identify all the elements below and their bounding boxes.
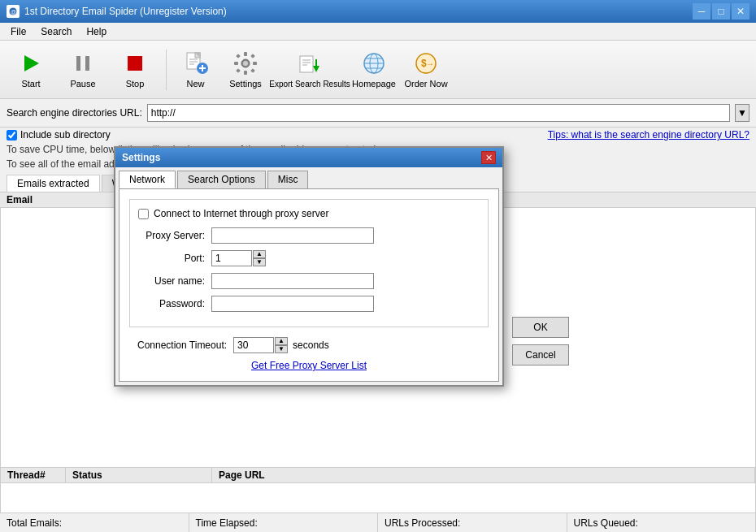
svg-rect-19	[234, 62, 238, 65]
timeout-input[interactable]	[233, 337, 274, 353]
pause-button[interactable]: Pause	[59, 45, 107, 94]
proxy-label: Connect to Internet through proxy server	[154, 208, 328, 219]
export-icon	[297, 51, 323, 77]
tips-bar: Include sub directory Tips: what is the …	[0, 128, 756, 142]
username-input[interactable]	[211, 273, 374, 289]
thread-col-status: Status	[66, 468, 212, 482]
svg-marker-2	[24, 55, 39, 71]
new-button[interactable]: New	[173, 45, 218, 94]
dialog-tab-misc[interactable]: Misc	[267, 171, 309, 188]
order-now-button[interactable]: $ → Order Now	[402, 45, 450, 94]
port-spin-down[interactable]: ▼	[253, 258, 266, 266]
status-urls-processed: URLs Processed:	[378, 513, 567, 532]
stop-icon	[122, 50, 148, 76]
pause-icon	[70, 50, 96, 76]
cancel-button[interactable]: Cancel	[512, 344, 569, 365]
username-label: User name:	[138, 275, 211, 287]
tab-emails-extracted[interactable]: Emails extracted	[7, 175, 100, 192]
thread-col-url: Page URL	[212, 468, 755, 482]
svg-rect-23	[236, 68, 241, 73]
settings-button[interactable]: Settings	[221, 45, 270, 94]
status-bar: Total Emails: Time Elapsed: URLs Process…	[0, 513, 756, 532]
stop-button[interactable]: Stop	[111, 45, 159, 94]
include-subdirectory-checkbox[interactable]	[7, 130, 17, 141]
dialog-title: Settings	[122, 152, 160, 163]
password-label: Password:	[138, 298, 211, 309]
port-spinner[interactable]: ▲ ▼	[253, 250, 266, 266]
window-title: 1st Directory Email Spider (Unregister V…	[24, 6, 693, 17]
proxy-header: Connect to Internet through proxy server	[138, 208, 480, 219]
settings-dialog: Settings ✕ Network Search Options Misc C…	[114, 146, 504, 387]
timeout-label: Connection Timeout:	[137, 340, 227, 351]
minimize-button[interactable]: ─	[693, 3, 710, 19]
export-button[interactable]: Export Search Results	[273, 45, 346, 94]
maximize-button[interactable]: □	[712, 3, 730, 19]
app-icon: @	[7, 5, 20, 18]
homepage-button[interactable]: Homepage	[350, 45, 398, 94]
start-button[interactable]: Start	[7, 45, 55, 94]
close-button[interactable]: ✕	[732, 3, 749, 19]
url-input[interactable]	[147, 104, 730, 122]
free-proxy-link[interactable]: Get Free Proxy Server List	[129, 360, 489, 371]
url-dropdown-button[interactable]: ▼	[735, 104, 749, 122]
svg-rect-18	[244, 71, 247, 75]
proxy-checkbox[interactable]	[138, 209, 149, 219]
svg-rect-24	[250, 68, 255, 73]
dialog-tab-search-options[interactable]: Search Options	[177, 171, 266, 188]
port-input[interactable]	[211, 250, 252, 266]
start-label: Start	[21, 79, 40, 89]
menu-search[interactable]: Search	[33, 24, 79, 40]
proxy-server-label: Proxy Server:	[138, 230, 211, 241]
pause-label: Pause	[70, 79, 95, 89]
proxy-group: Connect to Internet through proxy server…	[129, 199, 489, 327]
svg-text:→: →	[426, 59, 434, 68]
homepage-label: Homepage	[352, 79, 396, 89]
status-urls-queued: URLs Queued:	[567, 513, 757, 532]
timeout-spinner[interactable]: ▲ ▼	[275, 337, 288, 353]
timeout-row: Connection Timeout: ▲ ▼ seconds	[129, 337, 489, 353]
tips-link[interactable]: Tips: what is the search engine director…	[548, 129, 749, 141]
thread-header-row: Thread# Status Page URL	[1, 468, 755, 483]
ok-button[interactable]: OK	[512, 317, 569, 338]
dialog-content-area: Connect to Internet through proxy server…	[119, 188, 499, 382]
order-now-label: Order Now	[404, 79, 447, 89]
menu-help[interactable]: Help	[79, 24, 114, 40]
timeout-spin-up[interactable]: ▲	[275, 337, 288, 345]
homepage-icon	[361, 50, 387, 76]
status-time-elapsed: Time Elapsed:	[189, 513, 379, 532]
export-label: Export Search Results	[269, 80, 350, 89]
port-spin-up[interactable]: ▲	[253, 250, 266, 258]
new-icon	[183, 50, 209, 76]
svg-rect-5	[128, 56, 142, 71]
start-icon	[18, 50, 44, 76]
menu-file[interactable]: File	[3, 24, 33, 40]
status-total-emails: Total Emails:	[0, 513, 189, 532]
include-subdirectory-row: Include sub directory	[7, 129, 111, 141]
proxy-server-input[interactable]	[211, 227, 374, 244]
svg-rect-25	[300, 56, 313, 72]
order-now-icon: $ →	[413, 50, 439, 76]
new-label: New	[186, 79, 204, 89]
svg-rect-22	[250, 54, 255, 58]
proxy-server-row: Proxy Server:	[138, 227, 480, 244]
seconds-label: seconds	[293, 340, 329, 351]
dialog-tab-bar: Network Search Options Misc	[115, 167, 502, 188]
settings-icon	[232, 50, 259, 76]
dialog-tab-network[interactable]: Network	[119, 171, 176, 188]
port-row: Port: ▲ ▼	[138, 250, 480, 266]
email-column-header: Email	[7, 194, 33, 205]
thread-col-thread: Thread#	[1, 468, 66, 482]
password-input[interactable]	[211, 296, 374, 312]
url-bar: Search engine directories URL: ▼	[0, 99, 756, 128]
include-subdirectory-label: Include sub directory	[20, 129, 111, 141]
timeout-spin-down[interactable]: ▼	[275, 345, 288, 353]
dialog-close-button[interactable]: ✕	[481, 151, 496, 164]
svg-point-16	[243, 61, 248, 66]
window-controls: ─ □ ✕	[693, 3, 749, 19]
svg-rect-4	[85, 56, 89, 71]
password-row: Password:	[138, 296, 480, 312]
url-label: Search engine directories URL:	[7, 107, 142, 119]
svg-text:@: @	[11, 9, 16, 15]
settings-label: Settings	[229, 79, 262, 89]
toolbar-separator-1	[166, 50, 167, 90]
